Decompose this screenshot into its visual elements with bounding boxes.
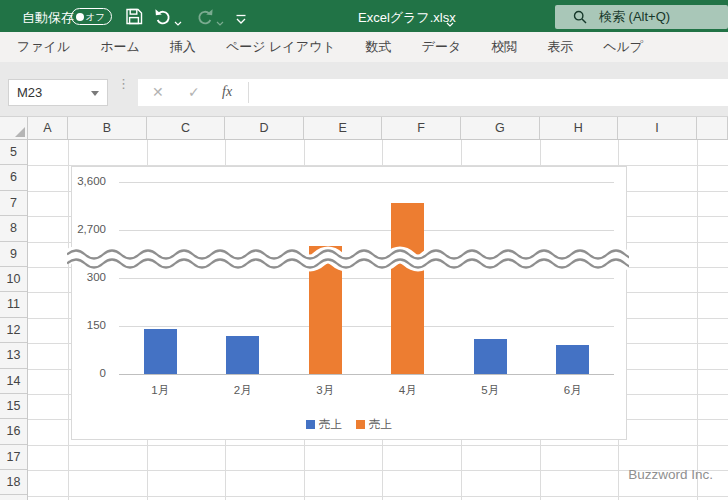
column-headers: ABCDEFGHI xyxy=(0,117,728,140)
divider xyxy=(248,82,249,103)
chart-gridline xyxy=(119,182,614,183)
row-header-6[interactable]: 6 xyxy=(0,165,27,190)
document-title: Excelグラフ.xlsx xyxy=(358,9,456,27)
bar-5月[interactable] xyxy=(474,339,507,374)
menu-tab[interactable]: 校閲 xyxy=(476,32,532,62)
watermark-text: Buzzword Inc. xyxy=(628,467,713,482)
bar-6月[interactable] xyxy=(556,345,589,374)
title-bar: 自動保存 オフ xyxy=(0,0,728,32)
name-box[interactable]: M23 xyxy=(8,79,108,106)
redo-icon xyxy=(196,8,214,29)
row-header-16[interactable]: 16 xyxy=(0,419,27,444)
legend-label: 売上 xyxy=(369,417,392,432)
save-icon[interactable] xyxy=(125,8,143,29)
grid-line xyxy=(28,470,728,471)
row-header-8[interactable]: 8 xyxy=(0,216,27,241)
menu-tab[interactable]: 数式 xyxy=(351,32,407,62)
search-icon xyxy=(573,10,587,24)
row-header-9[interactable]: 9 xyxy=(0,242,27,267)
y-axis-tick-label: 300 xyxy=(62,271,106,283)
row-header-10[interactable]: 10 xyxy=(0,267,27,292)
x-axis-category-label: 5月 xyxy=(449,383,532,398)
formula-bar-strip: M23 ⋮ ✕ ✓ fx xyxy=(0,62,728,117)
legend-label: 売上 xyxy=(319,417,342,432)
column-header-C[interactable]: C xyxy=(147,117,226,139)
undo-icon[interactable] xyxy=(154,8,172,29)
column-header-I[interactable]: I xyxy=(618,117,697,139)
worksheet-grid[interactable]: ABCDEFGHI 5678910111213141516171819 売上売上… xyxy=(0,117,728,500)
bar-1月[interactable] xyxy=(144,329,177,374)
x-axis-category-label: 3月 xyxy=(284,383,367,398)
column-header-G[interactable]: G xyxy=(461,117,540,139)
column-header-partial[interactable] xyxy=(697,117,728,139)
menu-tab[interactable]: データ xyxy=(407,32,477,62)
formula-input[interactable] xyxy=(250,79,728,106)
excel-window: 自動保存 オフ xyxy=(0,0,728,500)
grid-line xyxy=(697,140,698,500)
column-header-H[interactable]: H xyxy=(540,117,619,139)
chart-legend: 売上売上 xyxy=(72,417,626,432)
search-box[interactable]: 検索 (Alt+Q) xyxy=(555,5,728,29)
y-axis-tick-label: 2,700 xyxy=(62,223,106,235)
x-axis-category-label: 1月 xyxy=(119,383,202,398)
legend-swatch-icon xyxy=(306,420,315,429)
menu-tab[interactable]: 表示 xyxy=(532,32,588,62)
formula-bar-separator-icon: ⋮ xyxy=(117,76,130,91)
column-header-F[interactable]: F xyxy=(382,117,461,139)
row-header-7[interactable]: 7 xyxy=(0,191,27,216)
enter-icon: ✓ xyxy=(188,84,200,100)
row-header-18[interactable]: 18 xyxy=(0,470,27,495)
bar-4月[interactable] xyxy=(391,203,424,374)
select-all-button[interactable] xyxy=(0,117,28,139)
column-header-E[interactable]: E xyxy=(304,117,383,139)
row-header-13[interactable]: 13 xyxy=(0,343,27,368)
y-axis-tick-label: 150 xyxy=(62,319,106,331)
select-all-triangle-icon xyxy=(15,127,25,137)
autosave-label: 自動保存 xyxy=(22,9,74,27)
menu-tab[interactable]: 挿入 xyxy=(155,32,211,62)
cancel-icon: ✕ xyxy=(152,84,164,100)
x-axis-category-label: 2月 xyxy=(202,383,285,398)
redo-dropdown-icon xyxy=(216,13,224,31)
row-header-14[interactable]: 14 xyxy=(0,369,27,394)
name-box-value: M23 xyxy=(17,85,42,100)
row-header-5[interactable]: 5 xyxy=(0,140,27,165)
y-axis-tick-label: 3,600 xyxy=(62,175,106,187)
autosave-toggle[interactable]: オフ xyxy=(71,8,112,25)
chart-gridline xyxy=(119,278,614,279)
insert-function-icon[interactable]: fx xyxy=(222,84,232,100)
legend-entry[interactable]: 売上 xyxy=(306,417,342,432)
column-header-A[interactable]: A xyxy=(28,117,68,139)
bar-2月[interactable] xyxy=(226,336,259,374)
chart-gridline xyxy=(119,326,614,327)
y-axis-tick-label: 0 xyxy=(62,367,106,379)
undo-dropdown-icon[interactable] xyxy=(174,13,182,31)
name-box-dropdown-icon[interactable] xyxy=(91,91,99,96)
column-header-D[interactable]: D xyxy=(225,117,304,139)
row-header-15[interactable]: 15 xyxy=(0,394,27,419)
column-header-B[interactable]: B xyxy=(68,117,147,139)
menu-tab[interactable]: ページ レイアウト xyxy=(211,32,351,62)
grid-line xyxy=(28,496,728,497)
row-header-19[interactable]: 19 xyxy=(0,495,27,500)
menu-tab[interactable]: ファイル xyxy=(2,32,85,62)
menu-tab[interactable]: ヘルプ xyxy=(588,32,658,62)
autosave-state: オフ xyxy=(86,11,105,24)
x-axis-category-label: 6月 xyxy=(532,383,615,398)
row-header-17[interactable]: 17 xyxy=(0,445,27,470)
row-header-12[interactable]: 12 xyxy=(0,318,27,343)
row-headers: 5678910111213141516171819 xyxy=(0,140,28,500)
row-header-11[interactable]: 11 xyxy=(0,292,27,317)
grid-line xyxy=(28,445,728,446)
axis-break-wave[interactable] xyxy=(67,246,629,272)
formula-bar: ✕ ✓ fx xyxy=(138,79,728,106)
document-title-dropdown-icon[interactable] xyxy=(446,14,454,32)
chart-axis-line xyxy=(119,374,614,375)
x-axis-category-label: 4月 xyxy=(367,383,450,398)
search-placeholder: 検索 (Alt+Q) xyxy=(599,8,670,26)
menu-tabs: ファイルホーム挿入ページ レイアウト数式データ校閲表示ヘルプ xyxy=(0,32,728,62)
quick-access-toolbar-icon[interactable] xyxy=(235,11,247,29)
legend-entry[interactable]: 売上 xyxy=(356,417,392,432)
menu-tab[interactable]: ホーム xyxy=(85,32,155,62)
chart-area[interactable]: 売上売上 01503002,7003,6001月2月3月4月5月6月 xyxy=(71,166,627,440)
